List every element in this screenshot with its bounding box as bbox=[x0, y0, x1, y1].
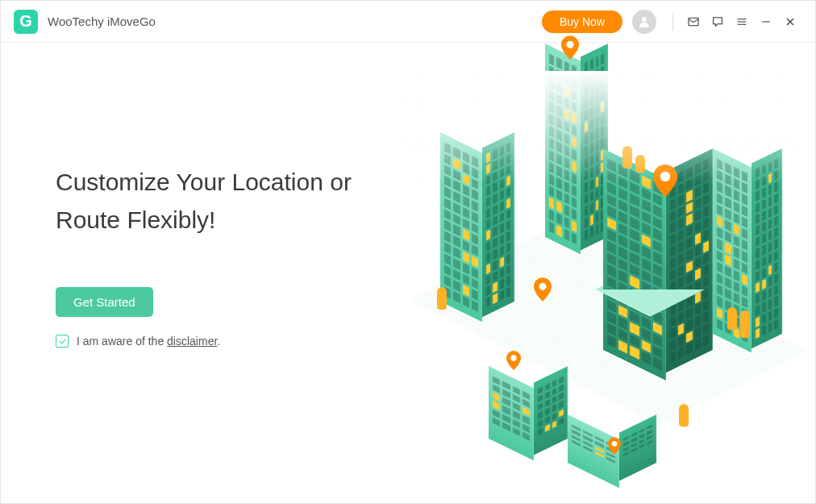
building-windows bbox=[585, 53, 604, 240]
tree-icon bbox=[437, 287, 447, 310]
menu-button[interactable] bbox=[731, 11, 752, 32]
mail-button[interactable] bbox=[683, 11, 704, 32]
app-logo-letter: G bbox=[19, 12, 32, 31]
building-windows bbox=[493, 376, 530, 450]
disclaimer-row: I am aware of the disclaimer. bbox=[56, 335, 384, 348]
tree-icon bbox=[740, 310, 750, 338]
tree-icon bbox=[635, 155, 645, 173]
city-illustration bbox=[392, 75, 816, 504]
titlebar-divider bbox=[672, 13, 673, 31]
feedback-button[interactable] bbox=[707, 11, 728, 32]
location-pin-icon bbox=[608, 437, 621, 455]
left-panel: Customize Your Location or Route Flexibl… bbox=[1, 43, 408, 503]
menu-icon bbox=[735, 15, 748, 28]
tree-icon bbox=[622, 146, 632, 169]
get-started-button[interactable]: Get Started bbox=[56, 287, 153, 317]
app-logo: G bbox=[14, 10, 38, 34]
svg-point-4 bbox=[539, 283, 546, 290]
app-title: WooTechy iMoveGo bbox=[48, 15, 156, 28]
disclaimer-prefix: I am aware of the bbox=[77, 335, 167, 348]
building-windows bbox=[444, 142, 478, 311]
location-pin-icon bbox=[653, 165, 677, 197]
disclaimer-text: I am aware of the disclaimer. bbox=[77, 335, 220, 348]
headline: Customize Your Location or Route Flexibl… bbox=[56, 164, 384, 239]
location-pin-icon bbox=[534, 277, 552, 302]
app-window: G WooTechy iMoveGo Buy Now Customize You… bbox=[0, 0, 816, 504]
main-content: Customize Your Location or Route Flexibl… bbox=[1, 43, 815, 503]
minimize-button[interactable] bbox=[756, 11, 776, 32]
building-windows bbox=[756, 158, 778, 339]
svg-point-6 bbox=[612, 441, 618, 447]
location-pin-icon bbox=[506, 351, 521, 370]
location-pin-icon bbox=[561, 35, 579, 60]
illustration-panel bbox=[408, 43, 815, 503]
building-windows bbox=[623, 424, 652, 471]
svg-point-0 bbox=[642, 17, 647, 22]
titlebar: G WooTechy iMoveGo Buy Now bbox=[1, 1, 815, 43]
close-button[interactable] bbox=[780, 11, 801, 32]
svg-point-5 bbox=[510, 355, 517, 361]
checkmark-icon bbox=[58, 337, 67, 346]
building-windows bbox=[549, 53, 577, 244]
tree-icon bbox=[679, 404, 689, 427]
user-avatar[interactable] bbox=[632, 10, 656, 34]
mail-icon bbox=[687, 15, 700, 28]
tree-icon bbox=[727, 307, 737, 330]
disclaimer-suffix: . bbox=[217, 335, 220, 348]
close-icon bbox=[784, 15, 797, 28]
svg-rect-1 bbox=[689, 18, 698, 25]
minimize-icon bbox=[760, 15, 772, 28]
building-windows bbox=[538, 376, 564, 445]
chat-icon bbox=[711, 15, 724, 28]
building-windows bbox=[486, 142, 510, 307]
svg-point-2 bbox=[566, 41, 573, 48]
user-icon bbox=[637, 15, 652, 29]
buy-now-button[interactable]: Buy Now bbox=[542, 10, 622, 33]
disclaimer-checkbox[interactable] bbox=[56, 335, 69, 348]
svg-point-3 bbox=[660, 172, 671, 182]
disclaimer-link[interactable]: disclaimer bbox=[167, 335, 217, 348]
